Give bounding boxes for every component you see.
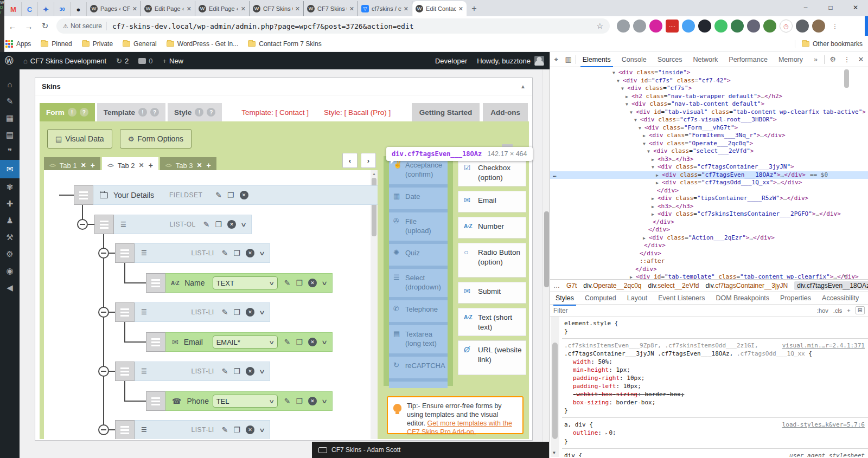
tab-add-icon[interactable]: + xyxy=(149,161,153,170)
tab-style[interactable]: Style!? xyxy=(168,103,222,121)
delete-icon[interactable]: ✕ xyxy=(246,249,254,257)
camera-icon[interactable] xyxy=(633,20,646,33)
tree-row-list-li[interactable]: ☰LIST-LI✎❐✕∨ xyxy=(115,243,270,263)
drag-handle[interactable] xyxy=(146,332,165,352)
field-type-select[interactable]: TEL∨ xyxy=(213,395,278,408)
field-type-select[interactable]: TEXT∨ xyxy=(213,276,278,289)
tab-close-icon[interactable]: ✕ xyxy=(187,5,192,12)
updates-menu[interactable]: ↻2 xyxy=(111,52,133,69)
bookmark-folder[interactable]: Private xyxy=(82,40,113,48)
drag-handle[interactable] xyxy=(74,185,93,205)
chevron-down-icon[interactable]: ∨ xyxy=(259,368,265,375)
elements-tree-node[interactable]: ▶<h2 class="nav-tab-wrapper default">…</… xyxy=(550,93,868,101)
tree-row-field-email[interactable]: ✉EmailEMAIL*∨✎❐✕∨ xyxy=(146,332,333,352)
breadcrumb-item[interactable]: div.cf7tagsContainer__3jyJN xyxy=(705,282,788,289)
scrollbar-thumb[interactable] xyxy=(844,69,849,88)
drag-handle[interactable] xyxy=(94,215,114,234)
elements-tree-node[interactable]: ▼<div class="Form___vhG7t"> xyxy=(550,124,868,132)
devtools-tab-network[interactable]: Network xyxy=(687,52,723,67)
drag-handle[interactable] xyxy=(115,243,135,263)
new-content-menu[interactable]: +New xyxy=(157,52,188,69)
elements-tree-node[interactable]: ▶<h3>…</h3> xyxy=(550,156,868,164)
elements-tree-node[interactable]: ▼<div class="inside"> xyxy=(550,69,868,77)
browser-tab[interactable]: WCF7 Skins CSS – Folders✕ xyxy=(250,1,304,16)
drag-handle[interactable] xyxy=(146,391,165,411)
tab-close-icon[interactable]: ✕ xyxy=(241,5,246,12)
scroll-down-arrow-icon[interactable]: ▼ xyxy=(553,450,556,455)
new-style-rule-button[interactable]: + xyxy=(847,307,850,314)
tab-template[interactable]: Template!? xyxy=(97,103,165,121)
tab-close-icon[interactable]: ✕ xyxy=(404,5,409,12)
developer-menu[interactable]: Developer xyxy=(430,52,472,69)
form-tree-scrollbar[interactable]: ▲ xyxy=(371,170,378,439)
delete-icon[interactable]: ✕ xyxy=(246,308,254,317)
delete-icon[interactable]: ✕ xyxy=(308,338,317,346)
elements-tree-node[interactable]: ▼<div class="cf7tagsContainer___3jyJN"> xyxy=(550,163,868,171)
elements-tree-node[interactable]: </div> xyxy=(550,187,868,195)
duplicate-icon[interactable]: ❐ xyxy=(233,308,240,317)
more-tabs-button[interactable]: » xyxy=(808,52,823,67)
sidebar-item-tools[interactable]: ⚒ xyxy=(0,229,20,246)
edit-icon[interactable]: ✎ xyxy=(284,397,291,405)
palette-item-text[interactable]: A·ZText (short text) xyxy=(458,308,526,336)
sidebar-item-appearance[interactable]: ✾ xyxy=(0,178,20,195)
duplicate-icon[interactable]: ❐ xyxy=(296,338,303,346)
bookmark-star-icon[interactable]: ☆ xyxy=(596,22,603,30)
elements-tree-node[interactable]: </div> xyxy=(550,226,868,234)
collapse-node-button[interactable] xyxy=(98,307,109,318)
sidebar-item-pages[interactable]: ▤ xyxy=(0,126,20,143)
close-button[interactable]: ✕ xyxy=(843,0,868,15)
edit-icon[interactable]: ✎ xyxy=(203,220,210,229)
panel-tab-properties[interactable]: Properties xyxy=(775,291,816,306)
minimize-button[interactable]: – xyxy=(793,0,818,15)
tab-close-icon[interactable]: ✕ xyxy=(349,5,354,12)
elements-tree-node[interactable]: </div> xyxy=(550,266,868,274)
chevron-down-icon[interactable]: ∨ xyxy=(259,309,265,316)
duplicate-icon[interactable]: ❐ xyxy=(233,249,240,257)
wave-icon[interactable] xyxy=(714,20,727,33)
edit-icon[interactable]: ✎ xyxy=(284,338,291,346)
tab-close-icon[interactable]: ✕ xyxy=(139,162,144,169)
devtools-close-icon[interactable]: ✕ xyxy=(854,55,868,63)
breadcrumb-item[interactable]: div.select__2eVfd xyxy=(648,282,699,289)
help-badge[interactable]: ? xyxy=(80,108,88,117)
devtools-tab-console[interactable]: Console xyxy=(616,52,652,67)
delete-icon[interactable]: ✕ xyxy=(240,191,248,199)
css-property[interactable]: padding-left: 10px; xyxy=(564,382,865,390)
omnibox[interactable]: ⚠Not securecf7-skins-dev.local/wp-admin/… xyxy=(56,18,610,34)
elements-tree-node[interactable]: ▼<div class="nav-tab-content default"> xyxy=(550,100,868,108)
panel-tab-accessibility[interactable]: Accessibility xyxy=(816,291,864,306)
instagram-icon[interactable] xyxy=(649,20,662,33)
elements-tree-node[interactable]: ▶<div class="tipsContainer____R5zW">…</d… xyxy=(550,195,868,203)
page-scrollbar[interactable] xyxy=(542,69,550,458)
duplicate-icon[interactable]: ❐ xyxy=(296,397,303,405)
collapse-node-button[interactable] xyxy=(98,248,109,259)
lastpass-icon[interactable]: ···· xyxy=(666,20,679,33)
calendar-pinned-tab[interactable]: 30 xyxy=(54,2,71,16)
reload-icon[interactable]: ↻ xyxy=(38,19,52,33)
stylesheet-source-link[interactable]: visual.min.…r=2.4.1:371 xyxy=(782,341,865,350)
pocket-icon[interactable] xyxy=(617,20,630,33)
delete-icon[interactable]: ✕ xyxy=(308,397,317,405)
help-badge[interactable]: ? xyxy=(150,108,159,117)
delete-icon[interactable]: ✕ xyxy=(227,220,236,229)
tree-row-list-li[interactable]: ☰LIST-LI✎❐✕∨ xyxy=(115,420,270,439)
cls-toggle[interactable]: .cls xyxy=(833,307,843,314)
kebab-menu-icon[interactable]: ⋮ xyxy=(828,20,841,33)
browser-tab[interactable]: WEdit Contact Form ‹ CF7✕ xyxy=(412,1,467,16)
form-options-button[interactable]: ⚙Form Options xyxy=(120,129,192,149)
palette-item-select[interactable]: ☰Select (dropdown) xyxy=(389,269,448,297)
comments-menu[interactable]: 0 xyxy=(133,52,157,69)
devtools-tab-elements[interactable]: Elements xyxy=(577,52,616,67)
sidebar-item-settings[interactable]: ⚙ xyxy=(0,246,20,262)
collapse-node-button[interactable] xyxy=(98,424,109,435)
apps-shortcut[interactable]: Apps xyxy=(5,40,31,48)
panel-tab-computed[interactable]: Computed xyxy=(579,291,622,306)
drag-handle[interactable] xyxy=(115,362,135,381)
breadcrumb-item[interactable]: div.Operate__2qc0q xyxy=(583,282,641,289)
sidebar-item-users[interactable]: ♟ xyxy=(0,212,20,229)
palette-item-radio[interactable]: ○Radio Button (option) xyxy=(458,243,526,278)
bookmark-folder[interactable]: Pinned xyxy=(41,40,72,48)
elements-tree-node[interactable]: ▼<div class="cf7s-visual-root___3HBOR"> xyxy=(550,116,868,124)
edit-icon[interactable]: ✎ xyxy=(284,279,291,287)
